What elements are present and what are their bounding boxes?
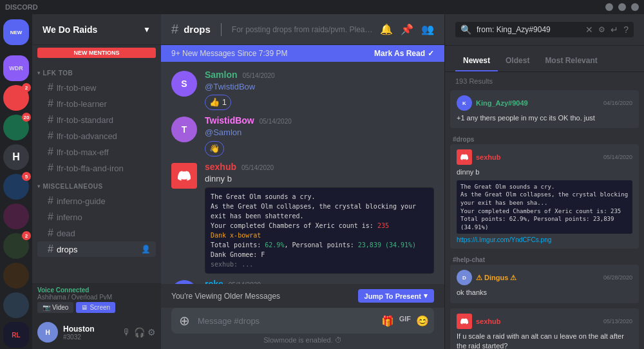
server-icon-9[interactable] — [3, 292, 29, 318]
channel-drops[interactable]: # drops 👤 — [37, 241, 156, 257]
embed-green: 62.9% — [265, 241, 284, 249]
message-reaction[interactable]: 👍 1 — [205, 95, 231, 110]
search-result-header: K King_Azy#9049 04/16/2020 — [457, 95, 632, 111]
server-icon-5[interactable]: 5 — [3, 174, 29, 200]
video-button[interactable]: 📷 Video — [37, 302, 73, 313]
maximize-button[interactable]: □ — [618, 3, 626, 11]
search-result-item[interactable]: sexhub 05/14/2020 dinny b The Great Olm … — [450, 144, 639, 249]
channel-lfr-tob-standard[interactable]: # lfr-tob-standard — [37, 112, 156, 127]
chat-input-wrapper: ⊕ 🎁 GIF 😊 — [171, 308, 434, 334]
mark-as-read-button[interactable]: Mark As Read ✓ — [374, 49, 434, 58]
search-result-item[interactable]: sexhub 05/13/2020 If u scale a raid with… — [450, 308, 639, 349]
category-miscellaneous[interactable]: ▾ MISCELLANEOUS — [32, 176, 161, 193]
message-group: T TwistidBow 05/14/2020 @Samlon 👋 — [161, 113, 444, 158]
search-channel-label-2: #help-chat — [450, 254, 639, 265]
add-member-icon[interactable]: 👤 — [141, 245, 151, 254]
server-icon-7[interactable]: 2 — [3, 233, 29, 259]
message-content: sexhub 05/14/2020 dinny b The Great Olm … — [205, 162, 434, 274]
screen-button[interactable]: 🖥 Screen — [76, 302, 115, 313]
channel-name: dead — [57, 229, 75, 238]
channel-inferno[interactable]: # inferno — [37, 209, 156, 225]
message-input[interactable] — [198, 310, 376, 332]
avatar: R — [171, 280, 197, 284]
help-icon[interactable]: ? — [623, 24, 629, 35]
message-header: Samlon 05/14/2020 — [205, 70, 434, 80]
search-result-username: King_Azy#9049 — [476, 99, 528, 107]
voice-panel: Voice Connected Ashihama / Overload PvM … — [32, 283, 161, 316]
user-panel: H Houston #3032 🎙 🎧 ⚙ — [32, 316, 161, 349]
message-reaction[interactable]: 👋 — [205, 141, 224, 156]
avatar — [457, 314, 472, 329]
emoji-icon[interactable]: 😊 — [416, 315, 429, 327]
server-icon-3[interactable]: 20 — [3, 115, 29, 140]
server-icon-6[interactable] — [3, 203, 29, 229]
clear-search-icon[interactable]: ✕ — [585, 24, 593, 35]
gift-icon[interactable]: 🎁 — [381, 315, 394, 327]
user-actions: 🎙 🎧 ⚙ — [122, 327, 156, 337]
gif-icon[interactable]: GIF — [399, 315, 411, 327]
server-icon-we-do-raids[interactable]: WDR — [3, 55, 29, 81]
mark-as-read-label: Mark As Read — [374, 49, 425, 58]
jump-to-present-button[interactable]: Jump To Present ▾ — [358, 289, 434, 303]
channel-lfr-tob-max-eff[interactable]: # lfr-tob-max-eff — [37, 144, 156, 160]
chat-header: # drops For posting drops from raids/pvm… — [161, 14, 444, 45]
search-result-item[interactable]: K King_Azy#9049 04/16/2020 +1 any thers … — [450, 90, 639, 128]
message-header: reke 05/14/2020 — [205, 279, 434, 284]
add-attachment-icon[interactable]: ⊕ — [176, 308, 193, 334]
server-icon-new[interactable]: NEW — [3, 19, 29, 45]
server-icon-h[interactable]: H — [3, 144, 29, 170]
hash-icon: # — [48, 162, 53, 174]
search-submit-icon[interactable]: ↵ — [611, 24, 618, 35]
reaction-count: 1 — [222, 97, 227, 107]
search-input[interactable] — [477, 25, 580, 34]
minimize-button[interactable]: ─ — [605, 3, 613, 11]
search-result-embed: The Great Olm sounds a cry. As the Great… — [457, 180, 632, 234]
embed-line: Dank Gnomee: F — [211, 250, 428, 259]
search-result-text: dinny b — [457, 167, 632, 177]
channel-lfr-tob-ffa-and-iron[interactable]: # lfr-tob-ffa-and-iron — [37, 160, 156, 176]
server-icon-8[interactable] — [3, 263, 29, 288]
channel-inferno-guide[interactable]: # inferno-guide — [37, 193, 156, 209]
header-divider — [221, 23, 222, 36]
microphone-icon[interactable]: 🎙 — [122, 327, 131, 337]
search-tab-oldest[interactable]: Oldest — [498, 51, 537, 71]
search-tab-newest[interactable]: Newest — [455, 51, 498, 71]
title-bar-controls[interactable]: ─ □ ✕ — [605, 3, 639, 11]
message-timestamp: 05/14/2020 — [243, 72, 275, 79]
notification-bell-icon[interactable]: 🔔 — [380, 23, 393, 35]
hash-icon: # — [48, 146, 53, 158]
older-messages-label: You're Viewing Older Messages — [171, 292, 280, 301]
search-result-header: D ⚠ Dingus ⚠ 06/28/2020 — [457, 270, 632, 285]
headphone-icon[interactable]: 🎧 — [134, 327, 145, 337]
members-icon[interactable]: 👥 — [421, 23, 434, 35]
new-mentions-button[interactable]: NEW MENTIONS — [37, 48, 156, 58]
game-embed-content: The Great Olm sounds a cry. As the Great… — [205, 188, 433, 273]
search-options-icon[interactable]: ⚙ — [598, 25, 605, 34]
video-label: Video — [52, 304, 68, 311]
pin-icon[interactable]: 📌 — [401, 23, 413, 35]
server-icon-2[interactable]: 2 — [3, 85, 29, 111]
search-tab-most-relevant[interactable]: Most Relevant — [537, 51, 605, 71]
new-messages-bar: 9+ New Messages Since 7:39 PM Mark As Re… — [161, 45, 444, 62]
close-button[interactable]: ✕ — [631, 3, 639, 11]
message-group: S Samlon 05/14/2020 @TwistidBow 👍 1 — [161, 67, 444, 113]
embed-link[interactable]: https://i.Imgur.com/YndCFCs.png — [457, 236, 632, 243]
server-icon-rl[interactable]: RL — [3, 322, 29, 348]
message-content: reke 05/14/2020 https://i.imgur.com/YndC… — [205, 279, 434, 284]
search-result-item[interactable]: D ⚠ Dingus ⚠ 06/28/2020 ok thanks — [450, 265, 639, 303]
embed-line: As the Great Olm collapses, the crystal … — [460, 191, 629, 207]
channel-lfr-tob-learner[interactable]: # lfr-tob-learner — [37, 96, 156, 111]
channel-dead[interactable]: # dead — [37, 225, 156, 241]
main-container: NEW WDR 2 20 H 5 2 RL 8 NEW We Do Raids … — [0, 14, 644, 349]
embed-line: As the Great Olm collapses, the crystal … — [211, 202, 428, 221]
search-tabs: Newest Oldest Most Relevant — [445, 46, 644, 72]
channel-lfr-tob-new[interactable]: # lfr-tob-new — [37, 80, 156, 95]
message-timestamp: 05/14/2020 — [260, 118, 292, 125]
server-header[interactable]: We Do Raids ▼ — [32, 14, 161, 45]
settings-icon[interactable]: ⚙ — [147, 327, 156, 337]
voice-actions: 📷 Video 🖥 Screen — [37, 302, 156, 313]
channel-lfr-tob-advanced[interactable]: # lfr-tob-advanced — [37, 128, 156, 144]
embed-line: Dank x-bowrat — [211, 231, 428, 240]
chat-input-area: ⊕ 🎁 GIF 😊 Slowmode is enabled. ⏱ — [161, 308, 444, 349]
category-lfk-tob[interactable]: ▾ LFK TOB — [32, 63, 161, 79]
